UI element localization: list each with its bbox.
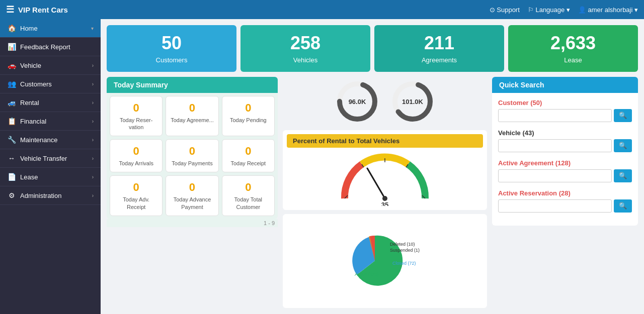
language-selector[interactable]: ⚐ Language ▾ — [528, 6, 570, 14]
today-card-4[interactable]: 0 Today Payments — [166, 139, 218, 172]
sidebar-label-rental: Rental — [20, 99, 39, 107]
svg-text:Suspended (1): Suspended (1) — [390, 248, 420, 253]
topnav: ☰ VIP Rent Cars ⊙ Support ⚐ Language ▾ 👤… — [0, 0, 644, 19]
today-label-8: Today Total Customer — [225, 196, 271, 211]
sidebar-item-left: 🏠 Home — [7, 24, 38, 32]
qs-title-0: Customer (50) — [498, 99, 632, 107]
today-label-4: Today Payments — [169, 160, 215, 167]
stat-card-1[interactable]: 258 Vehicles — [240, 25, 370, 72]
svg-text:96.0K: 96.0K — [349, 98, 366, 106]
quick-search-panel: Quick Search Customer (50) 🔍 Vehicle (43… — [492, 77, 638, 308]
today-grid: 0 Today Reser-vation 0 Today Agreeme... … — [107, 93, 278, 219]
qs-item-2: Active Agreement (128) 🔍 — [498, 159, 632, 182]
hamburger-icon[interactable]: ☰ — [6, 4, 14, 15]
qs-input-row-0: 🔍 — [498, 109, 632, 122]
sidebar: 🏠 Home ▾ 📊 Feedback Report 🚗 Vehicle › 👥… — [0, 19, 101, 314]
qs-title-1: Vehicle (43) — [498, 129, 632, 137]
sidebar-item-vehicle[interactable]: 🚗 Vehicle › — [0, 56, 101, 75]
today-num-5: 0 — [225, 145, 271, 158]
stat-label-1: Vehicles — [249, 56, 362, 64]
stat-card-0[interactable]: 50 Customers — [107, 25, 236, 72]
today-card-5[interactable]: 0 Today Receipt — [222, 139, 275, 172]
support-link[interactable]: ⊙ Support — [490, 6, 520, 14]
qs-search-btn-3[interactable]: 🔍 — [614, 199, 632, 213]
sidebar-item-customers[interactable]: 👥 Customers › — [0, 75, 101, 93]
today-num-3: 0 — [113, 145, 159, 158]
topnav-right: ⊙ Support ⚐ Language ▾ 👤 amer alshorbaji… — [490, 6, 638, 14]
qs-item-3: Active Reservation (28) 🔍 — [498, 189, 632, 213]
stat-card-2[interactable]: 211 Agreements — [374, 25, 504, 72]
today-card-0[interactable]: 0 Today Reser-vation — [110, 96, 163, 137]
sidebar-item-left: ⚙ Administration — [7, 191, 61, 199]
topnav-left: ☰ VIP Rent Cars — [6, 4, 68, 15]
qs-search-btn-1[interactable]: 🔍 — [614, 139, 632, 152]
sidebar-item-rental[interactable]: 🚙 Rental › — [0, 93, 101, 112]
today-label-5: Today Receipt — [225, 160, 271, 167]
svg-text:Deleted (10): Deleted (10) — [390, 242, 415, 247]
chevron-icon: › — [92, 156, 94, 161]
vehicle-transfer-icon: ↔ — [7, 154, 16, 162]
gauge-container: 35 — [287, 151, 483, 206]
today-label-1: Today Agreeme... — [169, 117, 215, 124]
sidebar-item-administration[interactable]: ⚙ Administration › — [0, 186, 101, 205]
today-card-3[interactable]: 0 Today Arrivals — [110, 139, 163, 172]
sidebar-item-feedback[interactable]: 📊 Feedback Report — [0, 38, 101, 56]
qs-select-3[interactable] — [498, 199, 612, 213]
today-card-7[interactable]: 0 Today Advance Payment — [166, 175, 218, 216]
qs-select-1[interactable] — [498, 139, 612, 152]
chevron-icon: › — [92, 174, 94, 180]
svg-line-11 — [367, 168, 385, 198]
sidebar-item-left: 🔧 Maintenance — [7, 136, 57, 144]
qs-search-btn-2[interactable]: 🔍 — [614, 169, 632, 182]
svg-text:35: 35 — [381, 201, 388, 206]
donut-1: 96.0K — [335, 79, 380, 124]
svg-text:101.0K: 101.0K — [402, 98, 424, 106]
svg-point-12 — [382, 196, 387, 201]
today-summary: Today Summary 0 Today Reser-vation 0 Tod… — [107, 77, 278, 308]
stat-num-2: 211 — [382, 33, 496, 53]
sidebar-item-vehicle-transfer[interactable]: ↔ Vehicle Transfer › — [0, 149, 101, 168]
feedback-icon: 📊 — [7, 43, 16, 51]
vehicle-icon: 🚗 — [7, 61, 16, 69]
sidebar-label-maintenance: Maintenance — [20, 136, 57, 144]
sidebar-item-left: 📄 Lease — [7, 173, 38, 181]
today-card-8[interactable]: 0 Today Total Customer — [222, 175, 275, 216]
qs-select-2[interactable] — [498, 169, 612, 182]
today-card-1[interactable]: 0 Today Agreeme... — [166, 96, 218, 137]
qs-select-0[interactable] — [498, 109, 612, 122]
sidebar-item-financial[interactable]: 📋 Financial › — [0, 112, 101, 131]
user-menu[interactable]: 👤 amer alshorbaji ▾ — [578, 6, 638, 14]
today-num-0: 0 — [113, 101, 159, 115]
content-area: 50 Customers 258 Vehicles 211 Agreements… — [101, 19, 644, 314]
qs-title-2: Active Agreement (128) — [498, 159, 632, 167]
stat-card-3[interactable]: 2,633 Lease — [508, 25, 638, 72]
stat-num-0: 50 — [115, 33, 228, 53]
sidebar-label-feedback: Feedback Report — [20, 43, 70, 51]
today-num-8: 0 — [225, 181, 271, 194]
sidebar-item-lease[interactable]: 📄 Lease › — [0, 168, 101, 186]
today-summary-header: Today Summary — [107, 77, 278, 93]
today-card-2[interactable]: 0 Today Pending — [222, 96, 275, 137]
qs-header: Quick Search — [492, 77, 638, 93]
qs-item-0: Customer (50) 🔍 — [498, 99, 632, 122]
stat-label-3: Lease — [516, 56, 630, 64]
maintenance-icon: 🔧 — [7, 136, 16, 144]
sidebar-item-home[interactable]: 🏠 Home ▾ — [0, 19, 101, 38]
today-card-6[interactable]: 0 Today Adv. Receipt — [110, 175, 163, 216]
qs-input-row-2: 🔍 — [498, 169, 632, 182]
lease-icon: 📄 — [7, 173, 16, 181]
donut-2: 101.0K — [390, 79, 435, 124]
chevron-icon: › — [92, 137, 94, 143]
middle-column: 96.0K 101.0K Percent of Rental to Total … — [283, 77, 487, 308]
today-label-6: Today Adv. Receipt — [113, 196, 159, 211]
today-num-7: 0 — [169, 181, 215, 194]
sidebar-item-maintenance[interactable]: 🔧 Maintenance › — [0, 131, 101, 149]
svg-text:Active (128): Active (128) — [355, 272, 379, 277]
qs-search-btn-0[interactable]: 🔍 — [614, 109, 632, 122]
chevron-icon: › — [92, 63, 94, 68]
sidebar-item-left: 📊 Feedback Report — [7, 43, 70, 51]
svg-text:Closed (72): Closed (72) — [392, 261, 416, 266]
administration-icon: ⚙ — [7, 191, 16, 199]
qs-item-1: Vehicle (43) 🔍 — [498, 129, 632, 152]
sidebar-label-home: Home — [20, 25, 38, 32]
